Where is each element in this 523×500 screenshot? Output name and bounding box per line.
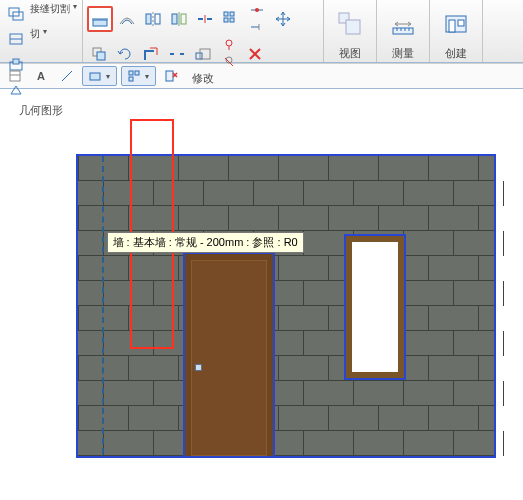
trim-extend-1[interactable] bbox=[245, 2, 269, 18]
panel-label-measure: 测量 bbox=[381, 45, 425, 61]
window-element[interactable] bbox=[346, 236, 404, 378]
panel-label-geometry: 几何图形 bbox=[4, 102, 78, 118]
properties-button[interactable] bbox=[4, 65, 26, 87]
svg-rect-18 bbox=[224, 18, 228, 22]
svg-rect-49 bbox=[129, 77, 133, 81]
panel-measure: 测量 bbox=[377, 0, 430, 62]
svg-rect-9 bbox=[155, 14, 160, 24]
align-button[interactable] bbox=[87, 6, 113, 32]
mirror-draw-button[interactable] bbox=[167, 7, 191, 31]
create-button[interactable] bbox=[438, 3, 474, 45]
svg-point-30 bbox=[226, 40, 232, 46]
view-button[interactable] bbox=[332, 3, 368, 45]
element-tooltip: 墙 : 基本墙 : 常规 - 200mm : 参照 : R0 bbox=[107, 232, 304, 253]
text-tool-button[interactable]: A bbox=[30, 65, 52, 87]
panel-geometry: 接缝切割 ▾ 切 ▾ 几何图形 bbox=[0, 0, 83, 62]
measure-button[interactable] bbox=[385, 3, 421, 45]
panel-create: 创建 bbox=[430, 0, 483, 62]
svg-rect-50 bbox=[166, 71, 173, 81]
trim-corner-button[interactable] bbox=[139, 42, 163, 66]
panel-modify: 修改 bbox=[83, 0, 324, 62]
panel-view: 视图 bbox=[324, 0, 377, 62]
move-button[interactable] bbox=[271, 7, 295, 31]
svg-rect-47 bbox=[129, 71, 133, 75]
panel-label-create: 创建 bbox=[434, 45, 478, 61]
svg-rect-43 bbox=[458, 20, 464, 26]
mirror-axis-button[interactable] bbox=[141, 7, 165, 31]
door-knob-icon bbox=[195, 364, 202, 371]
array-button[interactable] bbox=[219, 7, 243, 31]
svg-rect-12 bbox=[181, 14, 186, 24]
svg-rect-16 bbox=[224, 12, 228, 16]
svg-point-21 bbox=[255, 8, 259, 12]
ribbon-panels: 接缝切割 ▾ 切 ▾ 几何图形 bbox=[0, 0, 523, 62]
split-gap-button[interactable] bbox=[165, 42, 189, 66]
rotate-button[interactable] bbox=[113, 42, 137, 66]
filter-close-button[interactable] bbox=[160, 65, 182, 87]
svg-rect-44 bbox=[10, 71, 20, 81]
unpin-button[interactable] bbox=[217, 54, 241, 70]
cut-join-label: 接缝切割 bbox=[30, 2, 70, 26]
door-element[interactable] bbox=[183, 252, 275, 456]
svg-rect-11 bbox=[172, 14, 177, 24]
delete-button[interactable] bbox=[243, 42, 267, 66]
options-select-2[interactable]: ▾ bbox=[121, 66, 156, 86]
split-button[interactable] bbox=[193, 7, 217, 31]
reference-line[interactable] bbox=[102, 156, 104, 454]
svg-rect-5 bbox=[13, 59, 19, 64]
dropdown-icon[interactable]: ▾ bbox=[73, 2, 77, 26]
cut-join-button[interactable] bbox=[4, 2, 28, 26]
cut-label: 切 bbox=[30, 27, 40, 51]
cut-button[interactable] bbox=[4, 27, 28, 51]
options-select-1[interactable]: ▾ bbox=[82, 66, 117, 86]
trim-extend-2[interactable] bbox=[245, 19, 269, 35]
svg-rect-48 bbox=[135, 71, 139, 75]
svg-rect-36 bbox=[393, 28, 413, 34]
panel-label-view: 视图 bbox=[328, 45, 372, 61]
svg-rect-42 bbox=[449, 20, 455, 32]
svg-rect-35 bbox=[346, 20, 360, 34]
linework-button[interactable] bbox=[56, 65, 78, 87]
svg-rect-8 bbox=[146, 14, 151, 24]
drawing-canvas[interactable]: document.write(Array.from({length:12},(_… bbox=[22, 119, 502, 499]
scale-button[interactable] bbox=[191, 42, 215, 66]
svg-rect-25 bbox=[97, 52, 105, 60]
svg-rect-19 bbox=[230, 18, 234, 22]
dropdown-icon[interactable]: ▾ bbox=[43, 27, 47, 51]
pin-button[interactable] bbox=[217, 37, 241, 53]
svg-rect-28 bbox=[196, 53, 202, 59]
svg-rect-6 bbox=[93, 20, 107, 26]
copy-button[interactable] bbox=[87, 42, 111, 66]
svg-rect-17 bbox=[230, 12, 234, 16]
offset-button[interactable] bbox=[115, 7, 139, 31]
ribbon: 接缝切割 ▾ 切 ▾ 几何图形 bbox=[0, 0, 523, 63]
svg-rect-46 bbox=[90, 73, 100, 80]
